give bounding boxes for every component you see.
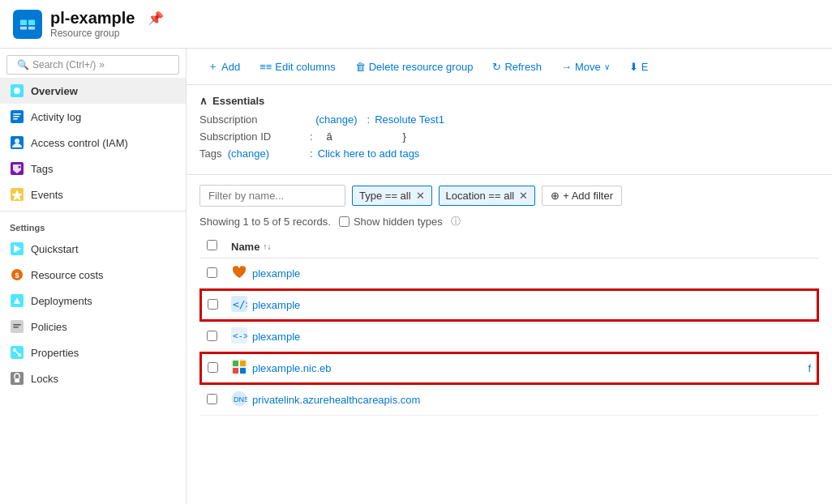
events-icon <box>10 187 24 202</box>
row-checkbox[interactable] <box>207 267 217 278</box>
svg-point-14 <box>19 166 21 169</box>
svg-text:DNS: DNS <box>234 395 247 404</box>
sidebar-item-iam[interactable]: Access control (IAM) <box>0 130 186 156</box>
svg-text:<->: <-> <box>233 331 247 341</box>
move-chevron-icon: ∨ <box>604 62 610 71</box>
sidebar-item-locks[interactable]: Locks <box>0 365 186 391</box>
resource-name-link[interactable]: plexample <box>252 299 300 311</box>
resource-name-link[interactable]: plexample <box>252 331 300 343</box>
sidebar-quickstart-label: Quickstart <box>31 243 79 255</box>
sidebar-item-tags[interactable]: Tags <box>0 156 186 182</box>
sidebar-item-policies[interactable]: Policies <box>0 314 186 340</box>
search-placeholder: Search (Ctrl+/) <box>32 59 96 70</box>
sidebar-activity-label: Activity log <box>31 111 81 123</box>
records-count: Showing 1 to 5 of 5 records. <box>199 216 331 228</box>
add-button[interactable]: ＋ Add <box>199 55 248 78</box>
tags-row: Tags (change) : Click here to add tags <box>199 147 819 160</box>
show-hidden-label[interactable]: Show hidden types <box>339 216 443 228</box>
columns-icon: ≡≡ <box>259 61 272 73</box>
svg-rect-0 <box>20 19 27 24</box>
filter-bar: Type == all ✕ Location == all ✕ ⊕ + Add … <box>199 185 819 207</box>
row-name-cell: <->plexample <box>225 321 818 352</box>
svg-rect-37 <box>240 361 246 366</box>
svg-rect-3 <box>28 26 35 29</box>
refresh-button[interactable]: ↻ Refresh <box>484 57 550 77</box>
sidebar-search[interactable]: 🔍 Search (Ctrl+/) » <box>6 55 179 75</box>
sort-icon[interactable]: ↑↓ <box>263 242 271 251</box>
resource-type-icon: </> <box>231 296 247 314</box>
sidebar-item-resource-costs[interactable]: $ Resource costs <box>0 262 186 288</box>
export-button[interactable]: ⬇ E <box>621 57 657 77</box>
move-icon: → <box>561 61 572 73</box>
svg-text:$: $ <box>15 271 19 280</box>
row-checkbox[interactable] <box>207 331 217 341</box>
page-title: pl-example <box>50 9 135 28</box>
select-all-checkbox[interactable] <box>207 240 217 250</box>
svg-point-11 <box>15 139 19 143</box>
resource-type-icon: <-> <box>231 327 247 346</box>
add-filter-button[interactable]: ⊕ + Add filter <box>542 186 622 206</box>
sidebar-locks-label: Locks <box>31 373 58 385</box>
svg-text:</>: </> <box>233 298 247 310</box>
location-filter-close[interactable]: ✕ <box>519 190 528 202</box>
show-hidden-checkbox[interactable] <box>339 216 350 227</box>
row-name-cell: DNSprivatelink.azurehealthcareapis.com <box>225 384 818 416</box>
row-checkbox[interactable] <box>207 394 217 404</box>
svg-rect-36 <box>233 361 238 366</box>
sidebar-item-overview[interactable]: Overview <box>0 78 186 104</box>
subscription-change-link[interactable]: (change) <box>315 113 357 126</box>
svg-rect-30 <box>15 378 19 382</box>
sidebar-item-deployments[interactable]: Deployments <box>0 288 186 314</box>
table-row: </>plexample <box>200 289 818 321</box>
move-button[interactable]: → Move ∨ <box>553 57 618 77</box>
row-name-cell: plexample <box>225 258 818 290</box>
deployments-icon <box>10 293 24 308</box>
resource-name-link[interactable]: plexample <box>252 267 300 280</box>
sidebar-item-quickstart[interactable]: Quickstart <box>0 236 186 262</box>
type-filter-close[interactable]: ✕ <box>416 190 425 202</box>
row-checkbox[interactable] <box>208 362 218 373</box>
resource-name-link[interactable]: privatelink.azurehealthcareapis.com <box>252 394 420 406</box>
resource-table: Name ↑↓ plexample</>plexample<->plexampl… <box>199 235 819 416</box>
tags-add-link[interactable]: Click here to add tags <box>318 147 420 160</box>
sidebar-policies-label: Policies <box>31 321 67 333</box>
properties-icon <box>10 345 24 360</box>
locks-icon <box>10 371 24 386</box>
export-icon: ⬇ <box>629 61 638 73</box>
delete-icon: 🗑 <box>355 61 366 73</box>
subscription-id-row: Subscription ID : ā } <box>199 130 819 143</box>
row-name-cell: plexample.nic.ebf <box>225 352 818 384</box>
edit-columns-button[interactable]: ≡≡ Edit columns <box>251 57 344 77</box>
page-header: pl-example 📌 Resource group <box>0 0 832 49</box>
toolbar: ＋ Add ≡≡ Edit columns 🗑 Delete resource … <box>187 49 832 85</box>
add-icon: ＋ <box>208 59 218 74</box>
sidebar-item-activity-log[interactable]: Activity log <box>0 104 186 130</box>
svg-rect-39 <box>240 368 246 374</box>
resource-suffix: f <box>808 362 811 374</box>
sidebar-events-label: Events <box>31 189 63 201</box>
resource-name-link[interactable]: plexample.nic.eb <box>252 362 332 374</box>
subscription-value-link[interactable]: Resolute Test1 <box>375 113 444 126</box>
subscription-id-label: Subscription ID <box>199 130 305 143</box>
sidebar-iam-label: Access control (IAM) <box>31 137 128 149</box>
show-hidden-info-icon[interactable]: ⓘ <box>451 215 461 229</box>
svg-rect-2 <box>20 26 27 29</box>
svg-rect-23 <box>13 324 21 326</box>
essentials-chevron-icon: ∧ <box>199 95 208 107</box>
sidebar-item-properties[interactable]: Properties <box>0 340 186 365</box>
filter-name-input[interactable] <box>199 185 345 207</box>
svg-rect-7 <box>13 113 21 115</box>
table-row: plexample <box>200 258 818 290</box>
collapse-chevron-icon[interactable]: » <box>99 59 105 70</box>
sidebar-item-events[interactable]: Events <box>0 182 186 207</box>
refresh-icon: ↻ <box>492 61 501 73</box>
row-checkbox[interactable] <box>208 299 218 310</box>
pin-icon[interactable]: 📌 <box>148 11 164 26</box>
page-subtitle: Resource group <box>50 28 164 39</box>
row-name-cell: </>plexample <box>225 289 818 321</box>
location-filter-tag: Location == all ✕ <box>439 186 536 206</box>
delete-button[interactable]: 🗑 Delete resource group <box>347 57 482 77</box>
tags-change-link[interactable]: (change) <box>228 147 269 160</box>
sidebar-costs-label: Resource costs <box>31 269 104 281</box>
sidebar-tags-label: Tags <box>31 163 53 175</box>
